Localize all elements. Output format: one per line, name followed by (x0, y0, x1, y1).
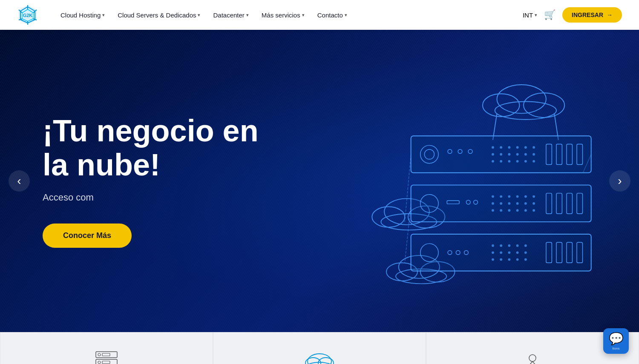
chevron-down-icon: ▾ (198, 12, 200, 18)
region-selector[interactable]: INT ▾ (523, 11, 537, 19)
card-cloud (213, 332, 426, 364)
chat-widget[interactable]: 💬 tions (603, 328, 629, 354)
svg-point-50 (500, 153, 502, 156)
svg-point-106 (492, 258, 494, 261)
svg-point-76 (492, 202, 494, 205)
cart-icon[interactable]: 🛒 (544, 9, 556, 20)
svg-line-120 (405, 203, 411, 263)
svg-point-55 (516, 146, 519, 149)
svg-point-52 (492, 160, 494, 163)
svg-point-86 (524, 202, 527, 205)
svg-line-25 (0, 30, 47, 77)
chevron-down-icon: ▾ (302, 12, 305, 18)
carousel-prev-button[interactable]: ‹ (9, 170, 30, 192)
svg-point-101 (500, 244, 502, 247)
nav-links: Cloud Hosting ▾ Cloud Servers & Dedicado… (55, 8, 352, 22)
svg-point-135 (529, 355, 536, 361)
svg-line-136 (526, 361, 532, 364)
svg-point-78 (508, 202, 511, 205)
chevron-down-icon: ▾ (102, 12, 105, 18)
hero-subtitle: Acceso com (43, 192, 277, 203)
svg-point-103 (492, 251, 494, 254)
svg-point-53 (500, 160, 502, 163)
svg-point-89 (524, 209, 527, 212)
svg-point-111 (516, 251, 519, 254)
card-cloud-icon (305, 350, 334, 364)
svg-point-73 (492, 195, 494, 198)
svg-line-137 (532, 361, 539, 364)
svg-point-84 (532, 195, 535, 198)
nav-left: G2K Cloud Hosting ▾ Cloud Servers & Dedi… (17, 4, 352, 26)
svg-point-132 (307, 362, 332, 364)
svg-rect-127 (102, 361, 110, 364)
svg-point-114 (524, 258, 527, 261)
svg-point-107 (500, 258, 502, 261)
svg-point-85 (516, 202, 519, 205)
svg-point-110 (524, 244, 527, 247)
svg-point-75 (508, 195, 511, 198)
svg-point-123 (98, 353, 101, 356)
svg-point-113 (516, 258, 519, 261)
hero-section: ‹ › ¡Tu negocio en la nube! Acceso com C… (0, 30, 639, 332)
svg-point-88 (516, 209, 519, 212)
svg-point-46 (492, 146, 494, 149)
hero-content: ¡Tu negocio en la nube! Acceso com Conoc… (0, 114, 277, 247)
svg-point-60 (532, 153, 535, 156)
svg-point-90 (532, 209, 535, 212)
card-network-icon (520, 350, 545, 364)
svg-point-108 (508, 258, 511, 261)
svg-point-100 (492, 244, 494, 247)
svg-point-126 (98, 361, 101, 364)
cards-row (0, 332, 639, 364)
svg-point-47 (500, 146, 502, 149)
svg-point-80 (500, 209, 502, 212)
svg-point-102 (508, 244, 511, 247)
svg-line-24 (0, 30, 89, 119)
svg-point-26 (497, 85, 546, 113)
card-hosting-icon (94, 350, 119, 364)
nav-item-datacenter[interactable]: Datacenter ▾ (208, 8, 253, 22)
svg-point-87 (532, 202, 535, 205)
svg-point-77 (500, 202, 502, 205)
chevron-down-icon: ▾ (535, 12, 537, 18)
svg-point-109 (516, 244, 519, 247)
nav-item-cloud-servers[interactable]: Cloud Servers & Dedicados ▾ (112, 8, 205, 22)
svg-point-105 (508, 251, 511, 254)
svg-point-83 (524, 195, 527, 198)
hero-title: ¡Tu negocio en la nube! (43, 114, 277, 181)
svg-point-59 (524, 153, 527, 156)
nav-right: INT ▾ 🛒 INGRESAR → (523, 7, 622, 23)
ingresar-button[interactable]: INGRESAR → (562, 7, 622, 23)
navbar: G2K Cloud Hosting ▾ Cloud Servers & Dedi… (0, 0, 639, 30)
hero-illustration (315, 75, 605, 287)
svg-point-112 (524, 251, 527, 254)
svg-point-51 (508, 153, 511, 156)
svg-point-79 (492, 209, 494, 212)
chat-icon: 💬 (609, 332, 624, 346)
svg-rect-122 (96, 352, 117, 358)
carousel-next-button[interactable]: › (609, 170, 630, 192)
svg-point-61 (516, 160, 519, 163)
nav-item-cloud-hosting[interactable]: Cloud Hosting ▾ (55, 8, 110, 22)
nav-item-contacto[interactable]: Contacto ▾ (312, 8, 352, 22)
svg-point-49 (492, 153, 494, 156)
card-hosting (0, 332, 213, 364)
svg-point-62 (524, 160, 527, 163)
svg-point-58 (516, 153, 519, 156)
svg-point-57 (532, 146, 535, 149)
chevron-down-icon: ▾ (345, 12, 347, 18)
svg-point-54 (508, 160, 511, 163)
chat-label: tions (613, 347, 620, 350)
nav-item-mas-servicios[interactable]: Más servicios ▾ (256, 8, 310, 22)
svg-rect-124 (102, 353, 110, 356)
arrow-right-icon: → (607, 11, 613, 18)
svg-point-56 (524, 146, 527, 149)
know-more-button[interactable]: Conocer Más (43, 224, 132, 248)
chevron-down-icon: ▾ (246, 12, 249, 18)
svg-point-48 (508, 146, 511, 149)
svg-point-82 (516, 195, 519, 198)
svg-point-74 (500, 195, 502, 198)
logo[interactable]: G2K (17, 4, 38, 26)
svg-point-63 (532, 160, 535, 163)
svg-text:G2K: G2K (23, 13, 33, 18)
